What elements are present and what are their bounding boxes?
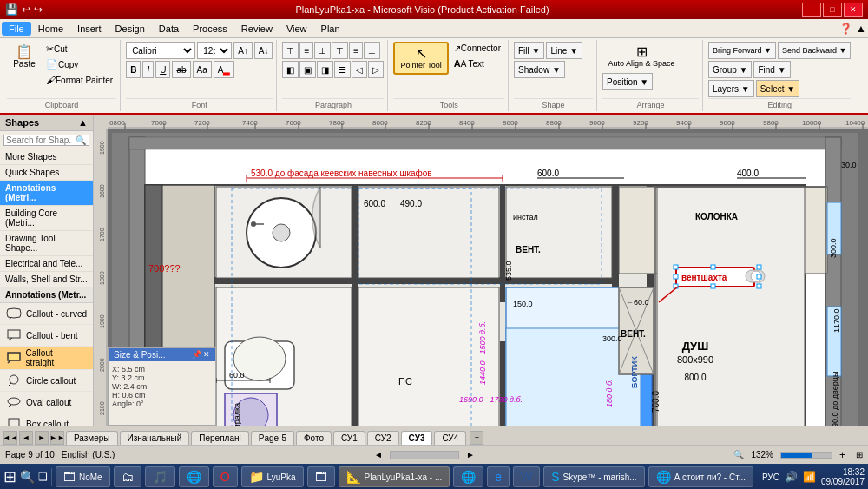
text-tool-button[interactable]: A A Text [450, 56, 504, 70]
menu-review[interactable]: Review [234, 22, 279, 36]
taskbar-chrome[interactable]: 🌐 [453, 466, 483, 487]
subscript-button[interactable]: Aa [193, 61, 212, 78]
help-icon[interactable]: ❓ [839, 23, 852, 35]
fill-button[interactable]: Fill ▼ [514, 42, 544, 59]
italic-button[interactable]: I [142, 61, 154, 78]
taskbar-opera[interactable]: O [213, 466, 238, 487]
bring-forward-button[interactable]: Bring Forward ▼ [708, 42, 776, 59]
connector-button[interactable]: ↗ Connector [450, 42, 504, 55]
network-icon[interactable]: 📶 [803, 471, 816, 483]
tab-page5[interactable]: Page-5 [251, 431, 294, 445]
font-color-button[interactable]: A▂ [214, 61, 235, 78]
underline-button[interactable]: U [155, 61, 170, 78]
shape-callout-straight[interactable]: Callout - straight [0, 347, 93, 370]
paste-button[interactable]: 📋 Paste [7, 42, 42, 72]
align-bottom-button[interactable]: ⊥ [314, 42, 331, 59]
taskbar-files[interactable]: 🗂 [114, 466, 141, 487]
sidebar-more-shapes[interactable]: More Shapes [0, 149, 93, 165]
shape-callout-bent[interactable]: Callout - bent [0, 325, 93, 347]
minimize-ribbon-icon[interactable]: ▲ [856, 23, 866, 35]
justify-button[interactable]: ☰ [334, 61, 351, 78]
quick-access-save[interactable]: 💾 [5, 3, 18, 16]
menu-plan[interactable]: Plan [314, 22, 347, 36]
tab-iznachalniy[interactable]: Изначальный [120, 431, 190, 445]
align-center-button[interactable]: ▣ [299, 61, 316, 78]
tab-su2[interactable]: СУ2 [367, 431, 399, 445]
zoom-in-button[interactable]: + [839, 449, 845, 461]
quick-access-undo[interactable]: ↩ [22, 3, 30, 16]
menu-process[interactable]: Process [186, 22, 234, 36]
tab-su1[interactable]: СУ1 [333, 431, 365, 445]
taskbar-word[interactable]: W [513, 466, 540, 487]
drawing-svg[interactable]: 530.0 до фасада кеевских навесных шкафов… [112, 133, 858, 426]
shadow-button[interactable]: Shadow ▼ [514, 61, 565, 78]
send-backward-button[interactable]: Send Backward ▼ [778, 42, 851, 59]
font-name-select[interactable]: Calibri [126, 42, 195, 59]
align-top-button[interactable]: ⊤ [282, 42, 299, 59]
align-right-button[interactable]: ◨ [317, 61, 333, 78]
taskbar-task-view[interactable]: ❑ [38, 471, 48, 483]
taskbar-lyupka-folder[interactable]: 📁 LyuPka [241, 466, 304, 487]
tab-razmery[interactable]: Размеры [66, 431, 118, 445]
align-middle-button[interactable]: ≡ [299, 42, 313, 59]
taskbar-browser2[interactable]: 🌐 А стоит ли? - Ст... [648, 466, 753, 487]
sidebar-electrical[interactable]: Electrical and Tele... [0, 256, 93, 272]
tab-nav-next[interactable]: ► [35, 431, 49, 445]
menu-data[interactable]: Data [152, 22, 186, 36]
taskbar-window2[interactable]: 🗔 [307, 466, 335, 487]
sidebar-quick-shapes[interactable]: Quick Shapes [0, 165, 93, 181]
menu-home[interactable]: Home [31, 22, 70, 36]
cut-button[interactable]: ✂ Cut [43, 42, 116, 56]
close-button[interactable]: ✕ [844, 3, 863, 17]
line-button[interactable]: Line ▼ [546, 42, 582, 59]
increase-font-button[interactable]: A↑ [233, 42, 253, 59]
dec-indent-button[interactable]: ◁ [352, 61, 367, 78]
search-shapes-input[interactable] [4, 135, 74, 145]
tab-nav-first[interactable]: ◄◄ [3, 431, 17, 445]
scroll-bar-h[interactable] [390, 451, 459, 459]
strikethrough-button[interactable]: ab [172, 61, 190, 78]
canvas-area[interactable]: 6800 7000 7200 7400 7600 7800 8000 8200 … [94, 115, 868, 426]
taskbar-search-icon[interactable]: 🔍 [20, 470, 35, 484]
taskbar-edge[interactable]: e [487, 466, 510, 487]
decrease-font-button[interactable]: A↓ [254, 42, 273, 59]
fit-page-button[interactable]: ⊞ [856, 450, 863, 459]
format-painter-button[interactable]: 🖌 Format Painter [43, 73, 116, 87]
taskbar-visio[interactable]: 📐 PlanLyuPka1-xa - ... [339, 466, 450, 487]
shape-callout-curved[interactable]: Callout - curved [0, 303, 93, 325]
menu-file[interactable]: File [2, 22, 31, 36]
sidebar-building-core[interactable]: Building Core (Metri... [0, 206, 93, 231]
volume-icon[interactable]: 🔊 [785, 471, 798, 483]
panel-close-icon[interactable]: ✕ [203, 350, 210, 360]
find-button[interactable]: Find ▼ [753, 61, 790, 78]
layers-button[interactable]: Layers ▼ [708, 80, 754, 97]
maximize-button[interactable]: □ [823, 3, 842, 17]
font-size-select[interactable]: 12pt [197, 42, 232, 59]
sidebar-annotations-metric[interactable]: Annotations (Metri... [0, 181, 93, 206]
shape-box-callout[interactable]: Box callout [0, 413, 93, 426]
position-button[interactable]: Position ▼ [602, 73, 653, 90]
menu-design[interactable]: Design [108, 22, 152, 36]
tab-foto[interactable]: Фото [296, 431, 332, 445]
sidebar-expand-icon[interactable]: ▲ [78, 117, 88, 128]
align-bot2-button[interactable]: ⊥ [364, 42, 380, 59]
canvas-content[interactable]: 530.0 до фасада кеевских навесных шкафов… [108, 129, 868, 426]
align-top2-button[interactable]: ⊤ [332, 42, 348, 59]
menu-view[interactable]: View [279, 22, 314, 36]
taskbar-browser1[interactable]: 🌐 [179, 466, 209, 487]
tab-nav-last[interactable]: ►► [50, 431, 64, 445]
select-button[interactable]: Select ▼ [756, 80, 799, 97]
align-left-button[interactable]: ◧ [282, 61, 299, 78]
shape-circle-callout[interactable]: Circle callout [0, 370, 93, 392]
tab-su4[interactable]: СУ4 [434, 431, 466, 445]
shape-oval-callout[interactable]: Oval callout [0, 392, 93, 413]
taskbar-skype[interactable]: S Skype™ - marish... [543, 466, 644, 487]
copy-button[interactable]: 📄 Copy [43, 57, 116, 72]
group-button[interactable]: Group ▼ [708, 61, 752, 78]
sidebar-drawing-tool[interactable]: Drawing Tool Shape... [0, 231, 93, 256]
inc-indent-button[interactable]: ▷ [368, 61, 384, 78]
status-scroll-right[interactable]: ► [466, 450, 475, 459]
pointer-tool-button[interactable]: ↖ Pointer Tool [393, 42, 448, 75]
search-icon[interactable]: 🔍 [74, 135, 88, 145]
tab-nav-prev[interactable]: ◄ [19, 431, 33, 445]
